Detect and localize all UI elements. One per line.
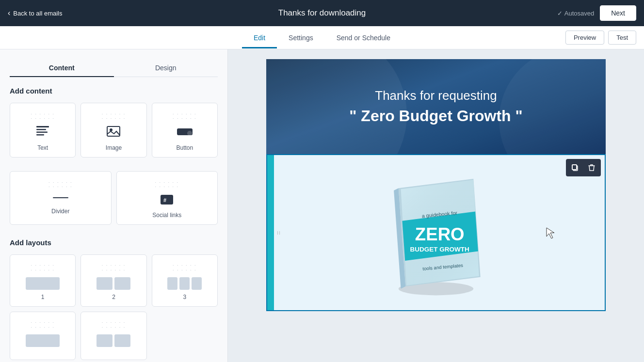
svg-rect-2 — [36, 132, 48, 133]
add-layouts-title: Add layouts — [10, 238, 218, 247]
block-social[interactable]: · · · · · ·· · · · · · # Social links — [116, 171, 218, 225]
top-nav-right: ✓ Autosaved Next — [557, 5, 636, 21]
chevron-left-icon: ‹ — [8, 9, 10, 17]
layout-col — [26, 334, 60, 347]
next-button[interactable]: Next — [600, 5, 636, 21]
block-dots: · · · · · ·· · · · · · — [31, 112, 55, 121]
teal-accent-bar — [267, 155, 274, 310]
block-text[interactable]: · · · · · ·· · · · · · Text — [10, 103, 76, 157]
page-title: Thanks for downloading — [278, 8, 366, 18]
svg-text:BUDGET GROWTH: BUDGET GROWTH — [410, 246, 469, 253]
svg-rect-4 — [107, 126, 120, 136]
tab-send-schedule[interactable]: Send or Schedule — [325, 27, 402, 48]
svg-text:#: # — [163, 197, 166, 203]
button-icon — [176, 125, 193, 141]
delete-block-button[interactable] — [584, 161, 599, 174]
svg-rect-12 — [572, 165, 577, 170]
svg-rect-8 — [53, 197, 68, 198]
content-blocks-grid-2: · · · · · ·· · · · · · Divider · · · · ·… — [10, 171, 218, 225]
layout-3-preview — [167, 277, 202, 290]
layout-2-preview — [97, 277, 130, 290]
layout-col — [97, 334, 113, 347]
block-button[interactable]: · · · · · ·· · · · · · Button — [152, 103, 218, 157]
block-divider-label: Divider — [51, 208, 69, 215]
layout-col — [114, 334, 130, 347]
block-actions — [566, 159, 601, 176]
layout-col — [179, 277, 190, 290]
layout-dots: · · · · · ·· · · · · · — [173, 263, 197, 272]
back-link-label: Back to all emails — [13, 10, 62, 17]
test-button[interactable]: Test — [608, 31, 636, 45]
block-social-label: Social links — [152, 212, 181, 219]
book-svg: ZERO BUDGET GROWTH a guidebook for tools… — [373, 165, 499, 300]
layout-col — [167, 277, 177, 290]
tab-settings[interactable]: Settings — [277, 27, 325, 48]
layout-dots: · · · · · ·· · · · · · — [31, 320, 55, 330]
sidebar-tab-design[interactable]: Design — [114, 59, 218, 77]
main-layout: Content Design Add content · · · · · ·· … — [0, 49, 644, 362]
block-image[interactable]: · · · · · ·· · · · · · Image — [80, 103, 146, 157]
layout-col — [97, 277, 113, 290]
layout-2[interactable]: · · · · · ·· · · · · · 2 — [80, 254, 146, 307]
block-dots: · · · · · ·· · · · · · — [102, 112, 126, 121]
layout-5-preview — [97, 334, 130, 347]
layout-4-preview — [26, 334, 60, 347]
layout-col — [192, 277, 202, 290]
tabs: Edit Settings Send or Schedule — [0, 27, 644, 48]
content-blocks-grid: · · · · · ·· · · · · · Text · · · · · ··… — [10, 103, 218, 157]
sidebar-tabs: Content Design — [10, 59, 218, 77]
layout-col — [114, 277, 130, 290]
sidebar: Content Design Add content · · · · · ·· … — [0, 49, 228, 362]
layout-dots: · · · · · ·· · · · · · — [102, 320, 126, 330]
drag-handle[interactable]: ⁞⁞ — [277, 229, 281, 236]
svg-rect-1 — [36, 129, 46, 130]
layout-dots: · · · · · ·· · · · · · — [31, 263, 55, 272]
sidebar-tab-content[interactable]: Content — [10, 59, 114, 77]
svg-point-5 — [110, 128, 113, 131]
copy-block-button[interactable] — [568, 161, 582, 174]
svg-rect-9 — [161, 195, 173, 205]
svg-rect-3 — [36, 134, 44, 136]
tab-bar-actions: Preview Test — [565, 31, 636, 45]
block-dots: · · · · · ·· · · · · · — [173, 112, 197, 121]
image-icon — [106, 125, 121, 141]
hero-text-line1: Thanks for requesting — [286, 88, 586, 103]
check-icon: ✓ — [557, 10, 563, 17]
social-icon: # — [160, 193, 174, 208]
canvas: Thanks for requesting " Zero Budget Grow… — [228, 49, 644, 362]
svg-rect-0 — [36, 126, 49, 127]
autosaved-status: ✓ Autosaved — [557, 10, 594, 17]
layout-1[interactable]: · · · · · ·· · · · · · 1 — [10, 254, 76, 307]
image-block[interactable]: ⁞⁞ — [266, 154, 606, 311]
block-dots: · · · · · ·· · · · · · — [48, 180, 73, 189]
hero-text-line2: " Zero Budget Growth " — [286, 107, 586, 125]
layout-col — [26, 277, 60, 290]
block-divider[interactable]: · · · · · ·· · · · · · Divider — [10, 171, 112, 225]
block-image-label: Image — [106, 144, 122, 151]
text-icon — [35, 125, 50, 141]
layout-2-label: 2 — [112, 294, 115, 300]
layout-1-preview — [26, 277, 60, 290]
layout-3[interactable]: · · · · · ·· · · · · · 3 — [152, 254, 218, 307]
block-dots: · · · · · ·· · · · · · — [155, 180, 179, 189]
tab-edit[interactable]: Edit — [242, 27, 277, 48]
block-button-label: Button — [176, 144, 193, 151]
layouts-grid: · · · · · ·· · · · · · 1 · · · · · ·· · … — [10, 254, 218, 360]
hero-block: Thanks for requesting " Zero Budget Grow… — [266, 59, 606, 154]
svg-point-7 — [187, 131, 192, 136]
layout-4[interactable]: · · · · · ·· · · · · · — [10, 312, 76, 360]
add-content-title: Add content — [10, 87, 218, 95]
layout-dots: · · · · · ·· · · · · · — [102, 263, 126, 272]
tab-bar: Edit Settings Send or Schedule Preview T… — [0, 26, 644, 49]
block-text-label: Text — [37, 144, 48, 151]
svg-text:ZERO: ZERO — [415, 224, 465, 244]
divider-icon — [52, 193, 69, 204]
email-container: Thanks for requesting " Zero Budget Grow… — [266, 59, 606, 311]
back-link[interactable]: ‹ Back to all emails — [8, 9, 62, 17]
book-illustration: ZERO BUDGET GROWTH a guidebook for tools… — [267, 155, 605, 310]
preview-button[interactable]: Preview — [565, 31, 604, 45]
top-nav: ‹ Back to all emails Thanks for download… — [0, 0, 644, 26]
layout-5[interactable]: · · · · · ·· · · · · · — [80, 312, 146, 360]
layout-3-label: 3 — [183, 294, 186, 300]
layout-1-label: 1 — [41, 294, 45, 300]
